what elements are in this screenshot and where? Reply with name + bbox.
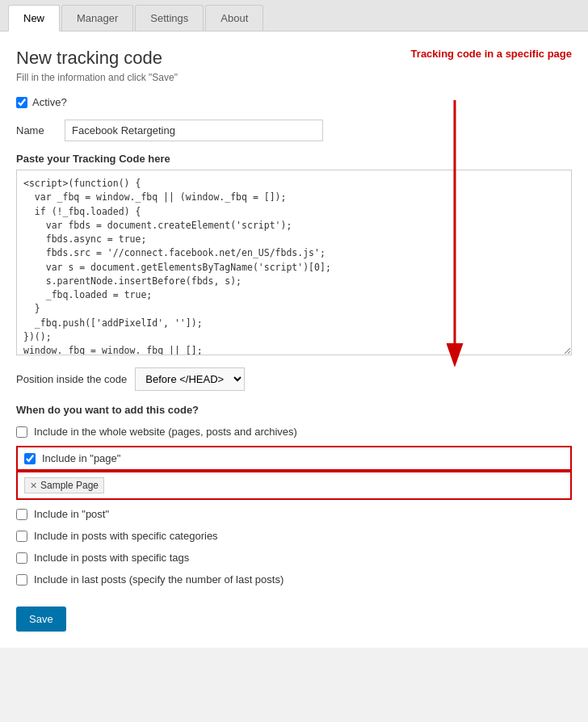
- active-checkbox[interactable]: [16, 97, 27, 108]
- tab-about[interactable]: About: [205, 5, 263, 31]
- main-content: Tracking code in a specific page New tra…: [0, 31, 588, 648]
- name-row: Name: [16, 120, 572, 141]
- tab-new[interactable]: New: [8, 5, 60, 31]
- option-page-row: Include in "page": [16, 446, 572, 471]
- option-post-tags-row: Include in posts with specific tags: [16, 550, 572, 565]
- annotation-text: Tracking code in a specific page: [411, 48, 572, 60]
- position-row: Position inside the code Before </HEAD> …: [16, 367, 572, 391]
- option-whole-row: Include in the whole website (pages, pos…: [16, 424, 572, 439]
- option-whole-label: Include in the whole website (pages, pos…: [34, 426, 297, 438]
- name-input[interactable]: [65, 120, 323, 141]
- code-section-label: Paste your Tracking Code here: [16, 153, 572, 165]
- tracking-code-textarea[interactable]: <script>(function() { var _fbq = window.…: [16, 170, 572, 355]
- position-label: Position inside the code: [16, 373, 127, 385]
- tag-item-sample-page: ✕ Sample Page: [24, 477, 104, 493]
- save-button[interactable]: Save: [16, 607, 66, 632]
- tab-settings[interactable]: Settings: [135, 5, 204, 31]
- active-checkbox-row: Active?: [16, 96, 572, 108]
- option-post-cats-checkbox[interactable]: [16, 531, 27, 542]
- option-page-label: Include in "page": [42, 452, 120, 464]
- option-post-checkbox[interactable]: [16, 509, 27, 520]
- tag-search-input[interactable]: [109, 480, 564, 491]
- tag-remove-icon[interactable]: ✕: [30, 481, 37, 491]
- option-page-checkbox[interactable]: [24, 453, 36, 464]
- option-post-tags-checkbox[interactable]: [16, 552, 27, 564]
- tag-input-container: ✕ Sample Page: [16, 471, 572, 500]
- option-post-cats-label: Include in posts with specific categorie…: [34, 530, 218, 542]
- position-select[interactable]: Before </HEAD> After <BODY> Before </BOD…: [135, 367, 245, 391]
- tabs-bar: New Manager Settings About: [0, 0, 588, 31]
- when-label: When do you want to add this code?: [16, 404, 572, 416]
- active-label: Active?: [32, 96, 67, 108]
- option-last-posts-row: Include in last posts (specify the numbe…: [16, 572, 572, 587]
- page-subtitle: Fill in the information and click "Save": [16, 72, 572, 83]
- option-last-posts-checkbox[interactable]: [16, 574, 27, 586]
- name-label: Name: [16, 124, 65, 136]
- option-post-tags-label: Include in posts with specific tags: [34, 552, 189, 564]
- option-post-cats-row: Include in posts with specific categorie…: [16, 528, 572, 544]
- annotation: Tracking code in a specific page: [411, 48, 572, 60]
- option-post-label: Include in "post": [34, 508, 109, 520]
- tag-item-label: Sample Page: [40, 480, 99, 491]
- option-last-posts-label: Include in last posts (specify the numbe…: [34, 573, 284, 586]
- tab-manager[interactable]: Manager: [61, 5, 133, 31]
- option-post-row: Include in "post": [16, 506, 572, 522]
- option-whole-checkbox[interactable]: [16, 426, 27, 438]
